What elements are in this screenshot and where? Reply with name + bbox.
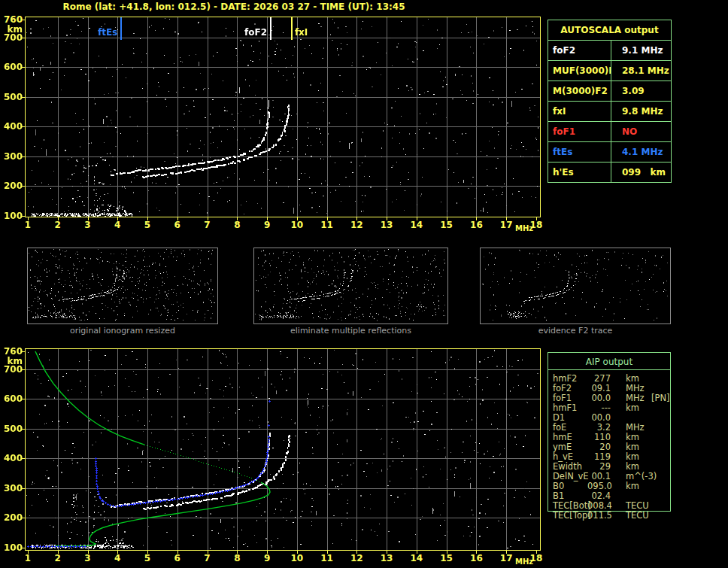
top-y-axis-tick	[22, 156, 25, 157]
thumbnail-original-canvas	[28, 248, 216, 322]
top-x-axis-tick-label: 10	[288, 220, 306, 229]
page-title: Rome (lat: +41.8, lon: 012.5) - DATE: 20…	[0, 2, 468, 12]
top-x-axis-tick	[147, 217, 148, 220]
aip-header-divider	[548, 369, 671, 370]
bottom-x-axis-tick	[267, 551, 268, 554]
thumbnail-caption-eliminate: eliminate multiple reflections	[253, 326, 448, 336]
top-y-axis-tick-label: 200	[0, 181, 23, 190]
thumbnail-original-ionogram	[27, 248, 218, 324]
bottom-x-axis-tick	[177, 551, 178, 554]
aip-row-unit: km	[626, 481, 648, 491]
bottom-x-axis-tick	[447, 551, 447, 554]
bottom-y-axis-tick-label: 200	[0, 513, 23, 522]
top-x-axis-tick	[117, 217, 118, 220]
top-x-axis-tick-label: 1	[19, 220, 37, 229]
bottom-x-axis-tick	[327, 551, 328, 554]
bottom-x-axis-tick-label: 5	[138, 554, 156, 563]
top-y-axis-tick	[22, 20, 25, 20]
autoscala-screen: Rome (lat: +41.8, lon: 012.5) - DATE: 20…	[0, 0, 728, 568]
top-x-axis-tick	[88, 217, 89, 220]
bottom-x-axis-tick-label: 15	[438, 554, 456, 563]
autoscala-output-panel: AUTOSCALA output foF29.1 MHzMUF(3000)F22…	[548, 20, 672, 183]
aip-row-hmF1: hmF1---km	[553, 403, 726, 413]
top-y-axis-tick-label: 400	[0, 122, 23, 131]
top-x-axis-tick	[387, 217, 387, 220]
bottom-y-axis-tick-label: 500	[0, 424, 23, 433]
top-x-axis-tick-label: 13	[378, 220, 396, 229]
top-ionogram-plot	[25, 17, 541, 217]
top-x-axis-tick	[208, 217, 208, 220]
marker-label-fxI: fxI	[295, 28, 326, 37]
autoscala-row-label: foF1	[548, 122, 611, 141]
autoscala-row-label: ftEs	[548, 142, 611, 162]
bottom-x-axis-unit-label: MHz	[515, 557, 542, 566]
aip-row-unit: TECU	[626, 511, 648, 521]
bottom-x-axis-tick-label: 17	[497, 554, 515, 563]
bottom-y-axis-tick-label: 300	[0, 484, 23, 493]
top-x-axis-tick	[267, 217, 268, 220]
top-y-axis-tick-label: 100	[0, 211, 23, 220]
bottom-x-axis-tick	[356, 551, 357, 554]
top-x-axis-tick	[297, 217, 298, 220]
bottom-x-axis-tick	[28, 551, 29, 554]
autoscala-row-label: MUF(3000)F2	[548, 61, 611, 80]
bottom-x-axis-tick-label: 16	[467, 554, 485, 563]
aip-header: AIP output	[548, 357, 671, 367]
bottom-y-axis-tick	[22, 369, 25, 370]
aip-row-value: 011.5	[587, 511, 611, 521]
autoscala-row-h'Es: h'Es099 km	[548, 163, 671, 182]
autoscala-row-foF1: foF1NO	[548, 122, 671, 142]
bottom-x-axis-tick	[58, 551, 59, 554]
bottom-x-axis-tick	[297, 551, 298, 554]
top-x-axis-tick-label: 9	[258, 220, 276, 229]
thumbnail-evidence-canvas	[481, 248, 669, 322]
bottom-x-axis-tick-label: 4	[108, 554, 126, 563]
aip-row-ymE: ymE20km	[553, 442, 726, 452]
bottom-x-axis-tick-label: 11	[318, 554, 336, 563]
bottom-x-axis-tick	[117, 551, 118, 554]
autoscala-row-label: foF2	[548, 41, 611, 60]
bottom-y-axis-tick-label: 700	[0, 365, 23, 374]
top-y-axis-tick	[22, 67, 25, 68]
top-x-axis-tick-label: 16	[467, 220, 485, 229]
top-x-axis-tick-label: 8	[228, 220, 246, 229]
top-y-axis-tick-label: 500	[0, 93, 23, 102]
top-x-axis-tick-label: 17	[497, 220, 515, 229]
top-x-axis-tick-label: 7	[199, 220, 217, 229]
thumbnail-evidence-f2	[480, 248, 671, 324]
top-y-axis-tick	[22, 97, 25, 98]
marker-label-ftEs: ftEs	[74, 28, 117, 37]
autoscala-row-ftEs: ftEs4.1 MHz	[548, 142, 671, 163]
autoscala-row-value: 099 km	[611, 163, 671, 182]
top-y-axis-tick	[22, 126, 25, 127]
top-x-axis-tick-label: 4	[108, 220, 126, 229]
bottom-x-axis-tick-label: 6	[168, 554, 187, 563]
autoscala-row-value: 28.1 MHz	[611, 61, 671, 80]
bottom-y-axis-tick	[22, 351, 25, 352]
aip-row-foE: foE3.2MHz	[553, 423, 726, 433]
autoscala-row-M(3000)F2: M(3000)F23.09	[548, 81, 671, 102]
top-y-axis-tick	[22, 216, 25, 217]
top-x-axis-tick	[177, 217, 178, 220]
bottom-y-axis-tick-label: 760	[0, 347, 23, 356]
autoscala-row-value: 3.09	[611, 81, 671, 101]
bottom-y-axis-tick	[22, 399, 25, 399]
bottom-y-axis-tick-label: 100	[0, 543, 23, 552]
aip-row-B0: B0095.0km	[553, 481, 726, 491]
bottom-x-axis-tick	[147, 551, 148, 554]
bottom-x-axis-tick-label: 9	[258, 554, 276, 563]
bottom-x-axis-tick-label: 12	[347, 554, 366, 563]
bottom-y-axis-tick	[22, 429, 25, 430]
top-x-axis-tick	[356, 217, 357, 220]
thumbnail-caption-original: original ionogram resized	[27, 326, 218, 336]
bottom-x-axis-tick-label: 10	[288, 554, 306, 563]
top-x-axis-tick	[536, 217, 537, 220]
top-x-axis-tick	[58, 217, 59, 220]
top-x-axis-tick-label: 3	[79, 220, 97, 229]
aip-row-DelN_vE: DelN_vE00.1m^(-3)	[553, 472, 726, 481]
bottom-x-axis-tick	[417, 551, 417, 554]
autoscala-row-MUF(3000)F2: MUF(3000)F228.1 MHz	[548, 61, 671, 81]
bottom-x-axis-tick-label: 3	[79, 554, 97, 563]
top-x-axis-tick	[28, 217, 29, 220]
bottom-y-axis-tick	[22, 488, 25, 489]
